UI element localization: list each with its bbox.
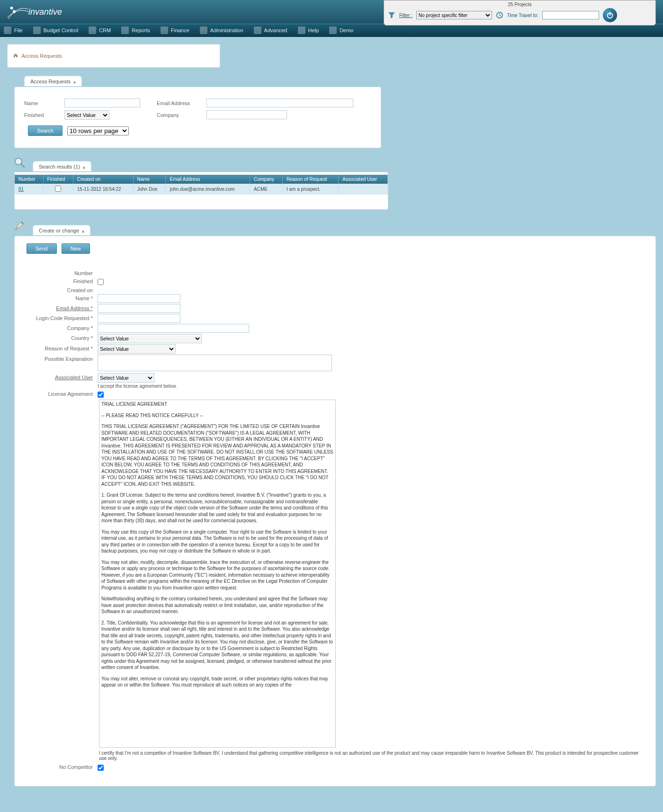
row-company: ACME	[250, 184, 282, 195]
col-created-on[interactable]: Created on	[73, 175, 133, 184]
reason-select[interactable]: Select Value	[98, 344, 176, 354]
breadcrumb-text: Access Requests	[21, 53, 62, 59]
send-button[interactable]: Send	[27, 243, 57, 254]
menu-crm[interactable]: CRM	[85, 24, 117, 37]
logo-text: invantive	[28, 7, 62, 17]
svg-point-4	[15, 158, 22, 165]
login-label: Login Code Requested *	[24, 314, 93, 321]
email-label: Email Address *	[24, 304, 93, 311]
svg-line-5	[21, 164, 25, 168]
menu-help[interactable]: Help	[294, 24, 326, 37]
results-panel: Search results (1) ▴ Number Finished Cre…	[14, 172, 388, 210]
no-competitor-label: No Competitor	[24, 763, 93, 770]
filter-select[interactable]: No project specific filter	[416, 11, 492, 19]
name-input[interactable]	[98, 294, 180, 303]
country-select[interactable]: Select Value	[98, 334, 202, 343]
top-bar: invantive 25 Projects Filter : No projec…	[0, 0, 663, 24]
login-input[interactable]	[98, 314, 180, 323]
name-label: Name	[24, 100, 60, 106]
name-input[interactable]	[64, 98, 140, 107]
time-travel-label: Time Travel to:	[507, 13, 538, 18]
search-tab[interactable]: Access Requests ▴	[24, 76, 82, 86]
results-tab[interactable]: Search results (1) ▴	[33, 161, 91, 171]
reason-label: Reason of Request *	[24, 344, 93, 351]
assoc-user-label: Associated User	[24, 373, 93, 380]
email-label: Email Address	[157, 100, 202, 106]
search-panel: Access Requests ▴ Name FinishedSelect Va…	[14, 87, 381, 148]
form-tab[interactable]: Create or change ▴	[33, 225, 90, 235]
magnifier-icon	[13, 156, 27, 170]
assoc-user-select[interactable]: Select Value	[98, 373, 154, 383]
row-created-on: 15-11-2012 16:54:22	[73, 184, 133, 195]
finished-label: Finished	[24, 112, 60, 118]
menu-reports[interactable]: Reports	[117, 24, 157, 37]
menu-file[interactable]: File	[0, 24, 29, 37]
row-finished-checkbox[interactable]	[55, 186, 61, 192]
row-name: John Doe	[133, 184, 166, 195]
accept-note: I accept the license agreement below.	[98, 384, 655, 389]
filter-icon	[388, 11, 395, 19]
number-label: Number	[24, 269, 93, 276]
clock-icon	[496, 11, 503, 19]
form-tab-label: Create or change	[39, 228, 79, 233]
home-icon	[13, 53, 18, 58]
license-checkbox[interactable]	[98, 392, 104, 398]
menu-bar: File Budget Control CRM Reports Finance …	[0, 24, 663, 37]
row-email: john.doe@acme.invantive.com	[166, 184, 250, 195]
menu-finance[interactable]: Finance	[157, 24, 196, 37]
row-reason: I am a prospect.	[282, 184, 338, 195]
table-row[interactable]: 81 15-11-2012 16:54:22 John Doe john.doe…	[15, 184, 388, 195]
company-label: Company *	[24, 324, 93, 331]
explanation-textarea[interactable]	[98, 355, 332, 371]
row-number-link[interactable]: 81	[18, 187, 24, 192]
results-table: Number Finished Created on Name Email Ad…	[15, 175, 388, 195]
finished-checkbox[interactable]	[98, 279, 104, 285]
col-user[interactable]: Associated User	[339, 175, 388, 184]
name-label: Name *	[24, 294, 93, 301]
menu-demo[interactable]: Demo	[325, 24, 360, 37]
menu-budget-control[interactable]: Budget Control	[29, 24, 85, 37]
search-tab-label: Access Requests	[30, 79, 71, 84]
time-travel-input[interactable]	[542, 11, 599, 19]
col-finished[interactable]: Finished	[43, 175, 73, 184]
email-input[interactable]	[206, 98, 353, 107]
no-competitor-checkbox[interactable]	[98, 765, 104, 771]
col-name[interactable]: Name	[133, 175, 166, 184]
search-button[interactable]: Search	[28, 125, 63, 136]
col-company[interactable]: Company	[250, 175, 282, 184]
company-input[interactable]	[98, 324, 249, 333]
license-text[interactable]: TRIAL LICENSE AGREEMENT -- PLEASE READ T…	[99, 400, 336, 748]
form-panel: Create or change ▴ Send New Number Finis…	[14, 236, 656, 786]
new-button[interactable]: New	[62, 243, 90, 254]
filter-label[interactable]: Filter :	[399, 13, 412, 18]
company-label: Company	[157, 112, 202, 118]
email-input[interactable]	[98, 304, 180, 313]
finished-label: Finished	[24, 277, 93, 284]
row-user	[339, 184, 388, 195]
col-number[interactable]: Number	[15, 175, 43, 184]
col-email[interactable]: Email Address	[166, 175, 250, 184]
projects-panel: 25 Projects Filter : No project specific…	[384, 0, 656, 26]
explanation-label: Possible Explanation	[24, 355, 93, 362]
collapse-icon[interactable]: ▴	[73, 79, 76, 84]
menu-advanced[interactable]: Advanced	[250, 24, 294, 37]
cert-text: I certify that I'm not a competitor of I…	[99, 750, 644, 761]
logout-button[interactable]	[603, 8, 617, 22]
finished-select[interactable]: Select Value	[64, 110, 109, 120]
results-tab-label: Search results (1)	[39, 164, 80, 170]
col-reason[interactable]: Reason of Request	[282, 175, 338, 184]
breadcrumb: Access Requests	[7, 44, 220, 68]
country-label: Country *	[24, 334, 93, 341]
license-label: License Agreement	[24, 390, 93, 397]
company-input[interactable]	[206, 110, 287, 119]
pen-icon	[13, 220, 27, 233]
created-on-label: Created on	[24, 286, 93, 293]
projects-count: 25 Projects	[388, 2, 652, 7]
collapse-icon[interactable]: ▴	[83, 164, 85, 170]
rows-per-page-select[interactable]: 10 rows per page	[67, 126, 129, 135]
collapse-icon[interactable]: ▴	[82, 228, 84, 233]
menu-administration[interactable]: Administration	[196, 24, 250, 37]
